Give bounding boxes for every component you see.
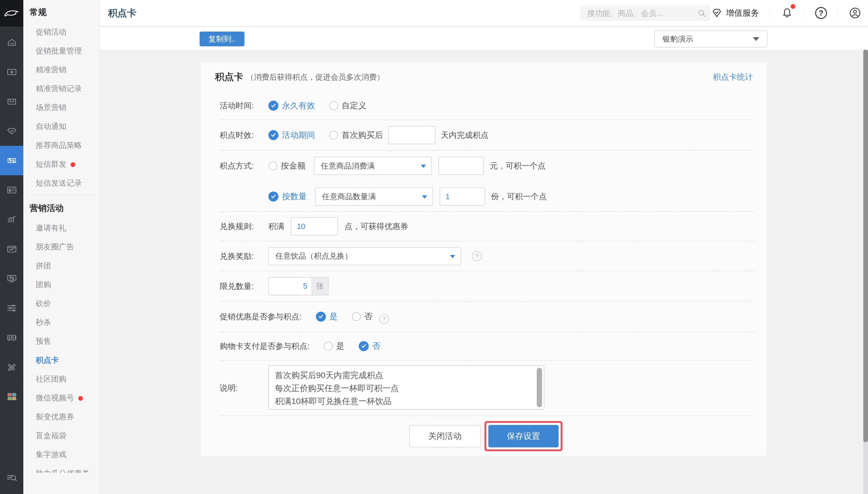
sidebar-item-presale[interactable]: 预售 [23,332,100,350]
points-card-stats-link[interactable]: 积点卡统计 [713,72,753,82]
validity-label: 积点时效: [220,130,254,140]
design-tools-icon[interactable] [0,353,23,382]
app-logo[interactable] [0,0,23,26]
limit-unit: 张 [312,278,328,295]
radio-by-amount[interactable]: 按金额 [268,160,306,171]
sidebar-menu: 常规 促销活动 促销批量管理 精准营销 精准营销记录 场景营销 自动通知 推荐商… [23,0,100,494]
limit-input-group: 张 [268,277,328,296]
sidebar-item-fission-coupon[interactable]: 裂变优惠券 [23,407,100,426]
validity-days-input[interactable] [388,126,435,144]
red-dot-badge [71,162,75,167]
sidebar-item-recommend-strategy[interactable]: 推荐商品策略 [23,136,100,155]
page-scrollbar-thumb[interactable] [863,50,868,442]
vas-badge-icon [711,7,723,19]
method-label: 积点方式: [220,151,254,181]
sidebar-item-promo-batch[interactable]: 促销批量管理 [23,41,100,60]
amount-condition-select[interactable]: 任意商品消费满 [314,157,432,175]
radio-after-first-purchase[interactable]: 首次购买后 [329,130,383,141]
sidebar-item-sms-bulk[interactable]: 短信群发 [23,155,100,173]
points-card-panel: 积点卡 （消费后获得积点，促进会员多次消费） 积点卡统计 活动时间: 永久有效 … [201,62,767,456]
sidebar-item-blind-box[interactable]: 盲盒福袋 [23,426,100,445]
limit-quantity-input[interactable] [269,278,312,295]
value-added-services-button[interactable]: 增值服务 [711,7,759,19]
promo-help-icon[interactable] [379,314,389,324]
radio-giftcard-yes[interactable]: 是 [324,341,344,352]
radio-during-activity[interactable]: 活动期间 [268,130,315,141]
chevron-down-icon [450,255,455,258]
radio-unchecked-icon [324,342,333,350]
member-card-icon[interactable] [0,175,23,205]
limit-label: 限兑数量: [220,281,254,291]
amount-suffix: 元，可积一个点 [490,160,546,171]
panther-logo-icon [3,8,20,19]
radio-giftcard-no[interactable]: 否 [359,341,381,352]
save-settings-button[interactable]: 保存设置 [488,425,559,448]
radio-custom[interactable]: 自定义 [329,100,366,111]
search-icon[interactable] [694,8,710,19]
menu-divider [30,195,96,195]
copy-to-button[interactable]: 复制到.. [200,32,244,46]
red-dot-badge [78,396,83,401]
sidebar-item-wechat-channels[interactable]: 微信视频号 [23,388,100,407]
radio-unchecked-icon [352,312,361,321]
sidebar-item-bargain[interactable]: 砍价 [23,294,100,313]
membership-icon[interactable] [0,116,23,146]
notification-dot [791,4,795,9]
sidebar-item-flash-sale[interactable]: 秒杀 [23,313,100,332]
sidebar-item-precision-marketing[interactable]: 精准营销 [23,60,100,79]
sidebar-item-group-buy[interactable]: 团购 [23,275,100,294]
sidebar-item-sms-records[interactable]: 短信发送记录 [23,173,100,192]
rule-points-input[interactable] [291,217,338,235]
store-icon[interactable] [0,87,23,116]
sidebar-item-moments-ads[interactable]: 朋友圈广告 [23,237,100,256]
home-icon[interactable] [0,28,23,57]
rule-suffix: 点，可获得优惠券 [344,221,408,232]
radio-checked-icon [268,130,278,140]
sidebar-item-community-group[interactable]: 社区团购 [23,369,100,388]
screen-icon[interactable] [0,264,23,293]
reward-select[interactable]: 任意饮品（积点兑换） [268,247,461,265]
description-textarea[interactable]: 首次购买后90天内需完成积点 每次正价购买任意一杯即可积一点 积满10杯即可兑换… [268,365,544,410]
statistics-icon[interactable] [0,205,23,234]
chevron-down-icon [421,165,426,168]
marketing-icon[interactable] [0,146,23,175]
account-avatar-icon[interactable] [849,6,862,19]
icon-rail [0,0,23,494]
page-title: 积点卡 [108,0,136,26]
sidebar-item-precision-records[interactable]: 精准营销记录 [23,79,100,98]
apps-grid-icon[interactable] [0,382,23,411]
search-input[interactable] [580,9,694,18]
sidebar-item-promo-activity[interactable]: 促销活动 [23,22,100,41]
quantity-condition-select[interactable]: 任意商品数量满 [315,187,433,206]
notifications-bell-icon[interactable] [780,6,794,19]
close-activity-button[interactable]: 关闭活动 [409,425,480,448]
amount-threshold-input[interactable] [438,157,484,175]
reward-help-icon[interactable] [472,251,482,261]
cashbox-icon[interactable] [0,323,23,353]
search-menu-icon[interactable] [0,466,23,490]
quantity-threshold-input[interactable] [440,187,485,206]
sidebar-item-invite-reward[interactable]: 邀请有礼 [23,218,100,237]
sidebar-menu-scroller[interactable]: 常规 促销活动 促销批量管理 精准营销 精准营销记录 场景营销 自动通知 推荐商… [23,0,100,473]
store-selector[interactable]: 银豹演示 [654,31,768,48]
sidebar-item-assist-coupon[interactable]: 助力瓜分优惠券 [23,464,100,473]
chevron-down-icon [753,37,759,41]
reports-icon[interactable] [0,234,23,264]
radio-promo-no[interactable]: 否 [352,311,373,322]
sidebar-item-scene-marketing[interactable]: 场景营销 [23,98,100,117]
sidebar-item-points-card[interactable]: 积点卡 [23,350,100,369]
reward-label: 兑换奖励: [220,251,254,262]
sidebar-item-auto-notify[interactable]: 自动通知 [23,117,100,136]
cashier-icon[interactable] [0,57,23,87]
radio-promo-yes[interactable]: 是 [316,311,338,322]
page-scrollbar [863,50,868,494]
radio-permanent[interactable]: 永久有效 [268,100,315,111]
radio-by-quantity[interactable]: 按数量 [268,191,307,202]
sidebar-item-word-game[interactable]: 集字游戏 [23,445,100,464]
settings-sliders-icon[interactable] [0,293,23,323]
panel-title: 积点卡 [215,71,243,83]
help-icon[interactable] [815,7,827,19]
textarea-scrollbar-thumb[interactable] [537,368,542,407]
sidebar-item-group-join[interactable]: 拼团 [23,256,100,275]
radio-checked-icon [359,341,369,351]
